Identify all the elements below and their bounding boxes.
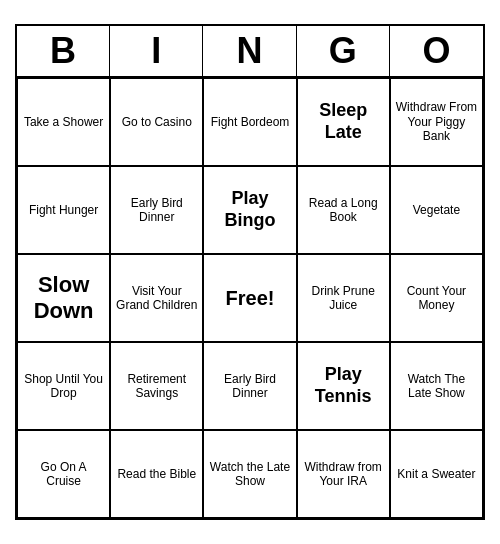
header-letter-n: N <box>203 26 296 76</box>
bingo-cell-0: Take a Shower <box>17 78 110 166</box>
bingo-cell-11: Visit Your Grand Children <box>110 254 203 342</box>
header-letter-g: G <box>297 26 390 76</box>
bingo-cell-20: Go On A Cruise <box>17 430 110 518</box>
bingo-cell-1: Go to Casino <box>110 78 203 166</box>
bingo-cell-8: Read a Long Book <box>297 166 390 254</box>
bingo-cell-23: Withdraw from Your IRA <box>297 430 390 518</box>
bingo-header: BINGO <box>17 26 483 78</box>
bingo-cell-21: Read the Bible <box>110 430 203 518</box>
bingo-cell-16: Retirement Savings <box>110 342 203 430</box>
bingo-card: BINGO Take a ShowerGo to CasinoFight Bor… <box>15 24 485 520</box>
bingo-cell-6: Early Bird Dinner <box>110 166 203 254</box>
bingo-cell-9: Vegetate <box>390 166 483 254</box>
bingo-grid: Take a ShowerGo to CasinoFight BordeomSl… <box>17 78 483 518</box>
bingo-cell-3: Sleep Late <box>297 78 390 166</box>
bingo-cell-17: Early Bird Dinner <box>203 342 296 430</box>
header-letter-i: I <box>110 26 203 76</box>
bingo-cell-13: Drink Prune Juice <box>297 254 390 342</box>
bingo-cell-24: Knit a Sweater <box>390 430 483 518</box>
bingo-cell-22: Watch the Late Show <box>203 430 296 518</box>
bingo-cell-18: Play Tennis <box>297 342 390 430</box>
bingo-cell-2: Fight Bordeom <box>203 78 296 166</box>
bingo-cell-7: Play Bingo <box>203 166 296 254</box>
bingo-cell-12: Free! <box>203 254 296 342</box>
bingo-cell-19: Watch The Late Show <box>390 342 483 430</box>
bingo-cell-14: Count Your Money <box>390 254 483 342</box>
header-letter-b: B <box>17 26 110 76</box>
bingo-cell-4: Withdraw From Your Piggy Bank <box>390 78 483 166</box>
bingo-cell-5: Fight Hunger <box>17 166 110 254</box>
bingo-cell-15: Shop Until You Drop <box>17 342 110 430</box>
bingo-cell-10: Slow Down <box>17 254 110 342</box>
header-letter-o: O <box>390 26 483 76</box>
